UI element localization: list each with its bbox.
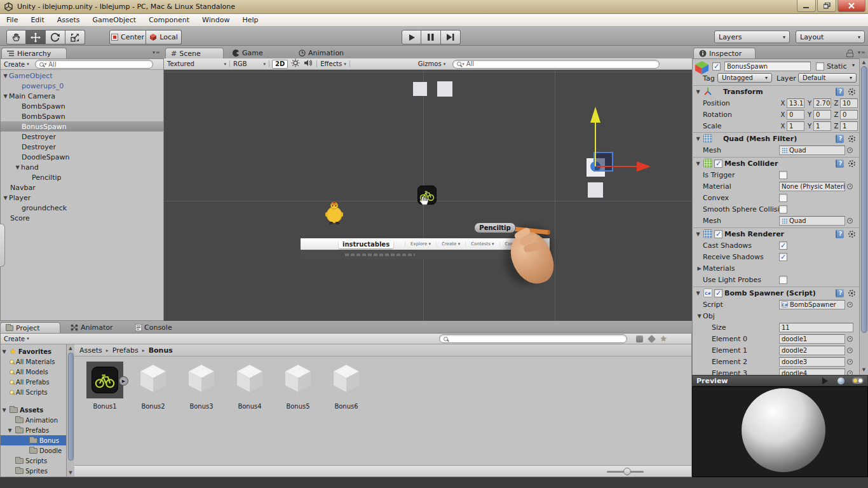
tree-favorites[interactable]: ▼★Favorites: [1, 346, 66, 356]
hierarchy-panel-menu-icon[interactable]: ▾≡: [153, 50, 161, 55]
scroll-down-icon[interactable]: ▼: [67, 470, 74, 475]
position-y-field[interactable]: 2.7061: [813, 98, 831, 108]
doodle-character-sprite[interactable]: [323, 201, 346, 225]
active-checkbox[interactable]: ✓: [712, 62, 721, 71]
gear-icon[interactable]: [848, 231, 855, 238]
pivot-center-button[interactable]: Center: [109, 30, 146, 44]
effects-dropdown[interactable]: Effects▾: [316, 60, 350, 67]
static-checkbox[interactable]: [816, 62, 824, 71]
menu-gameobject[interactable]: GameObject: [86, 14, 143, 26]
asset-bonus5[interactable]: [283, 363, 313, 393]
foldout-icon[interactable]: ▼: [1, 407, 8, 413]
step-button[interactable]: [441, 30, 461, 44]
play-button[interactable]: [402, 30, 421, 44]
breadcrumb-assets[interactable]: Assets: [79, 346, 102, 355]
scale-z-field[interactable]: 1: [840, 121, 858, 131]
hierarchy-item-groundcheck[interactable]: groundcheck: [1, 203, 163, 213]
preview-light-toggle-icon[interactable]: [852, 377, 864, 384]
mesh-field[interactable]: Quad: [779, 146, 845, 155]
hierarchy-item-bonusspawn-selected[interactable]: BonusSpawn: [1, 121, 163, 132]
light-probes-checkbox[interactable]: [779, 276, 787, 284]
tab-game[interactable]: Game: [227, 48, 268, 58]
gear-icon[interactable]: [848, 135, 855, 142]
tree-animation[interactable]: Animation: [1, 415, 66, 425]
element0-field[interactable]: doodle1: [779, 334, 845, 344]
gizmo-x-axis[interactable]: [597, 166, 637, 167]
foldout-icon[interactable]: ▼: [14, 165, 21, 170]
hierarchy-item-penciltip[interactable]: Penciltip: [1, 172, 163, 182]
tab-animation[interactable]: Animation: [294, 48, 349, 58]
static-dropdown-icon[interactable]: ▾: [852, 62, 855, 68]
collider-mesh-field[interactable]: Quad: [779, 216, 845, 226]
position-z-field[interactable]: 10: [840, 98, 858, 108]
object-picker-icon[interactable]: [847, 184, 853, 189]
asset-bonus6[interactable]: [331, 363, 362, 393]
quad-sprite[interactable]: [437, 81, 452, 97]
shading-mode-dropdown[interactable]: Textured▾: [164, 60, 230, 67]
move-tool-button[interactable]: [26, 30, 46, 44]
scale-y-field[interactable]: 1: [813, 121, 831, 131]
menu-assets[interactable]: Assets: [51, 14, 86, 26]
sprite-bounds-box[interactable]: [593, 152, 613, 172]
foldout-icon[interactable]: ▼: [2, 93, 9, 99]
close-button[interactable]: [837, 0, 865, 12]
foldout-icon[interactable]: ▼: [2, 73, 9, 79]
is-trigger-checkbox[interactable]: [779, 171, 787, 179]
scene-viewport[interactable]: instructables Explore ▾ Create ▾ Contest…: [164, 70, 692, 321]
asset-bonus2[interactable]: [138, 363, 168, 393]
component-enabled-checkbox[interactable]: ✓: [714, 230, 722, 238]
tab-animator[interactable]: Animator: [65, 322, 118, 333]
asset-bonus3[interactable]: [186, 363, 217, 393]
penciltip-gizmo-label[interactable]: Penciltip: [474, 222, 516, 233]
inspector-panel-menu-icon[interactable]: ▾≡: [858, 50, 866, 55]
tree-all-models[interactable]: All Models: [1, 367, 66, 377]
hierarchy-item-bombspawn-2[interactable]: BombSpawn: [1, 111, 163, 121]
gear-icon[interactable]: [848, 290, 855, 297]
asset-label[interactable]: Bonus4: [227, 403, 272, 410]
element3-field[interactable]: doodle4: [779, 369, 845, 376]
pause-button[interactable]: [421, 30, 441, 44]
restore-button[interactable]: [817, 0, 836, 12]
foldout-icon[interactable]: ▼: [696, 313, 703, 319]
gizmo-y-arrowhead[interactable]: [590, 107, 600, 123]
tree-bonus-selected[interactable]: Bonus: [1, 435, 66, 445]
tree-all-scripts[interactable]: All Scripts: [1, 387, 66, 397]
minimize-button[interactable]: [797, 0, 816, 12]
favorites-star-icon[interactable]: ★: [660, 335, 667, 342]
quad-sprite[interactable]: [413, 82, 427, 96]
hierarchy-item-hand[interactable]: ▼hand: [1, 162, 163, 172]
help-icon[interactable]: ?: [836, 159, 844, 168]
scrollbar-thumb[interactable]: [68, 353, 74, 461]
component-enabled-checkbox[interactable]: ✓: [714, 289, 722, 297]
hierarchy-item-main-camera[interactable]: ▼Main Camera: [1, 91, 163, 101]
layer-dropdown[interactable]: Default▾: [798, 73, 857, 83]
help-icon[interactable]: ?: [836, 88, 844, 96]
cast-shadows-checkbox[interactable]: ✓: [779, 241, 787, 250]
convex-checkbox[interactable]: [779, 194, 787, 202]
foldout-icon[interactable]: ▼: [695, 231, 702, 237]
hierarchy-item-powerups[interactable]: powerups_0: [1, 81, 163, 91]
preview-viewport[interactable]: [692, 386, 868, 477]
quad-sprite[interactable]: [588, 182, 603, 198]
layers-dropdown[interactable]: Layers▾: [714, 30, 790, 43]
asset-label[interactable]: Bonus3: [179, 403, 224, 410]
object-picker-icon[interactable]: [847, 147, 853, 153]
foldout-icon[interactable]: ▼: [695, 136, 702, 142]
hierarchy-item-doodlespawn[interactable]: DoodleSpawn: [1, 152, 163, 162]
component-enabled-checkbox[interactable]: ✓: [714, 159, 722, 168]
tree-sprites[interactable]: Sprites: [1, 466, 66, 476]
asset-label[interactable]: Bonus6: [324, 403, 369, 410]
rotation-y-field[interactable]: 0: [813, 110, 831, 119]
help-icon[interactable]: ?: [836, 230, 844, 238]
foldout-icon[interactable]: ▼: [2, 195, 9, 201]
hierarchy-item-gameobject[interactable]: ▼GameObject: [1, 71, 163, 81]
materials-foldout-row[interactable]: ▶Materials: [692, 262, 859, 274]
hierarchy-search-input[interactable]: ▾All: [35, 60, 153, 69]
gizmos-dropdown[interactable]: Gizmos▾: [415, 60, 449, 67]
gear-icon[interactable]: [848, 160, 855, 167]
hierarchy-item-destroyer-1[interactable]: Destroyer: [1, 132, 163, 142]
menu-file[interactable]: File: [0, 14, 24, 26]
foldout-icon[interactable]: ▼: [695, 161, 702, 166]
asset-label[interactable]: Bonus5: [276, 403, 320, 410]
foldout-icon[interactable]: ▼: [6, 428, 13, 433]
